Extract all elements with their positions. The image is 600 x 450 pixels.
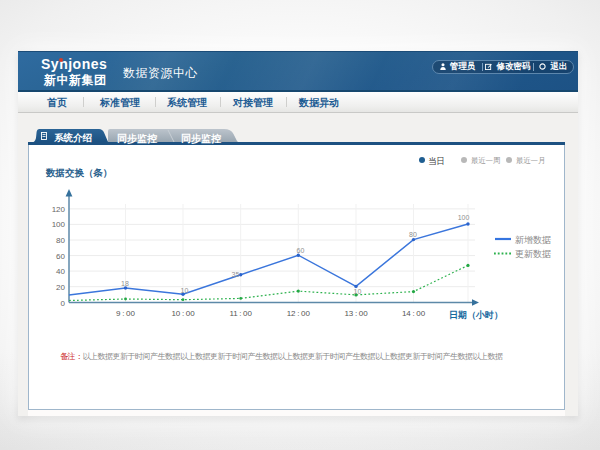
svg-text:10: 10 — [181, 287, 189, 294]
svg-text:20: 20 — [56, 283, 65, 292]
svg-text:100: 100 — [458, 214, 470, 221]
svg-text:120: 120 — [52, 205, 66, 214]
svg-text:10 : 00: 10 : 00 — [171, 309, 195, 318]
svg-text:更新数据: 更新数据 — [515, 249, 551, 259]
svg-text:12 : 00: 12 : 00 — [287, 309, 311, 318]
svg-text:60: 60 — [56, 252, 65, 261]
svg-text:80: 80 — [409, 231, 417, 238]
svg-text:40: 40 — [56, 267, 65, 276]
svg-text:11 : 00: 11 : 00 — [229, 309, 252, 318]
svg-text:14 : 00: 14 : 00 — [402, 309, 426, 318]
svg-text:80: 80 — [56, 236, 65, 245]
svg-text:日期（小时）: 日期（小时） — [449, 310, 503, 320]
svg-text:18: 18 — [121, 280, 129, 287]
svg-text:新增数据: 新增数据 — [515, 235, 551, 245]
svg-text:13 : 00: 13 : 00 — [344, 309, 368, 318]
svg-text:35: 35 — [232, 271, 240, 278]
svg-text:9 : 00: 9 : 00 — [116, 309, 135, 318]
svg-text:100: 100 — [52, 220, 66, 229]
svg-text:10: 10 — [354, 288, 362, 295]
svg-text:60: 60 — [297, 247, 305, 254]
svg-text:0: 0 — [61, 299, 66, 308]
